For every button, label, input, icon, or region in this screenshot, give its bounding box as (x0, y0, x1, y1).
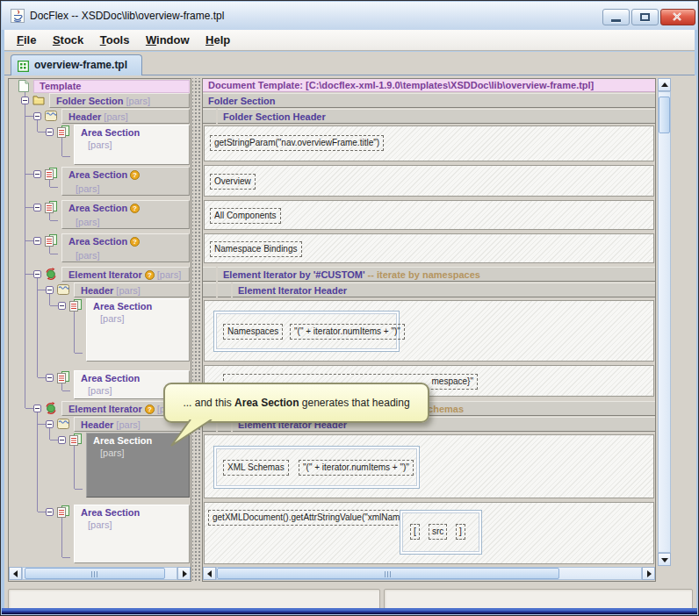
arrow-right-icon (647, 570, 652, 577)
expander-icon[interactable] (46, 286, 54, 294)
expression-box[interactable]: getStringParam("nav.overviewFrame.title"… (210, 135, 384, 151)
document-template-panel: Document Template: [C:\docflex-xml-1.9.0… (202, 78, 656, 582)
question-badge-icon: ? (130, 237, 140, 249)
expander-icon[interactable] (33, 405, 41, 412)
arrow-right-icon (183, 570, 187, 577)
element-iterator-namespaces-bar[interactable]: Element Iterator by '#CUSTOM' -- iterate… (218, 267, 655, 282)
expander-icon[interactable] (58, 436, 66, 444)
svg-text:?: ? (133, 204, 137, 212)
question-badge-icon: ? (145, 405, 155, 416)
doc-vscroll-thumb[interactable] (659, 97, 670, 133)
expression-box[interactable]: getXMLDocument().getAttrStringValue("xml… (208, 510, 415, 526)
tree-root-template[interactable]: Template (33, 80, 190, 93)
tree-hscroll-track[interactable] (22, 567, 177, 580)
text-box[interactable]: Overview (210, 174, 256, 190)
expander-icon[interactable] (33, 170, 41, 178)
menu-tools[interactable]: Tools (100, 33, 130, 47)
tree-node-folder-section[interactable]: Folder Section [pars] (49, 93, 190, 108)
template-root-icon (18, 80, 30, 92)
expression-box[interactable]: "(" + iterator.numItems + ")" (290, 324, 405, 340)
expander-icon[interactable] (33, 204, 41, 211)
doc-hscroll-left-button[interactable] (203, 567, 216, 580)
expander-icon[interactable] (33, 237, 41, 245)
question-badge-icon: ? (130, 170, 140, 183)
close-button[interactable] (660, 9, 695, 25)
tab-bar: overview-frame.tpl (4, 52, 695, 75)
area-section-icon (69, 433, 82, 446)
area-section-icon (57, 371, 69, 383)
menu-window[interactable]: Window (146, 33, 190, 47)
content-area: getXMLDocument().getAttrStringValue("xml… (204, 502, 654, 564)
window-title: DocFlex -- XSDDoc\lib\overview-frame.tpl (30, 10, 224, 22)
expression-box[interactable]: "(" + iterator.numItems + ")" (299, 460, 414, 476)
text-box[interactable]: XML Schemas (223, 460, 289, 476)
doc-vscroll-down-button[interactable] (658, 553, 671, 566)
tree-node-area-section[interactable]: Area Section [pars] (74, 505, 190, 563)
grip-icon (91, 571, 98, 577)
indent-cell (203, 283, 216, 297)
expander-icon[interactable] (46, 508, 54, 516)
tree-hscroll-right-button[interactable] (177, 567, 191, 580)
client-area: Template (4, 75, 696, 585)
expander-icon[interactable] (58, 302, 66, 310)
expander-icon[interactable] (33, 270, 41, 278)
doc-hscroll-track[interactable] (216, 567, 642, 580)
title-bar[interactable]: DocFlex -- XSDDoc\lib\overview-frame.tpl (2, 2, 697, 30)
arrow-up-icon (661, 82, 668, 87)
tab-overview-frame[interactable]: overview-frame.tpl (11, 54, 142, 75)
expander-icon[interactable] (21, 97, 29, 104)
tree-node-area-section[interactable]: Area Section? [pars] (61, 200, 190, 229)
doc-hscroll-right-button[interactable] (642, 567, 655, 580)
header-icon (45, 110, 57, 122)
doc-vscroll-up-button[interactable] (658, 78, 671, 91)
content-area: Namespaces "(" + iterator.numItems + ")" (204, 300, 654, 362)
menu-file[interactable]: File (17, 33, 36, 47)
text-box[interactable]: Namespaces (223, 324, 283, 340)
tree-node-area-section[interactable]: Area Section [pars] (74, 125, 190, 165)
arrow-left-icon (207, 570, 212, 577)
text-box[interactable]: All Components (210, 208, 281, 224)
doc-hscroll-thumb[interactable] (217, 568, 559, 579)
area-section-icon (69, 299, 82, 312)
expander-icon[interactable] (46, 374, 54, 382)
tree-node-header[interactable]: Header [pars] (61, 109, 190, 124)
arrow-left-icon (13, 570, 18, 577)
callout-balloon: ... and this Area Section generates that… (163, 383, 429, 423)
content-area: XML Schemas "(" + iterator.numItems + ")… (204, 434, 654, 498)
indent-cell (203, 109, 216, 124)
maximize-button[interactable] (631, 9, 659, 25)
expander-icon[interactable] (46, 420, 54, 428)
template-tree-panel: Template (8, 78, 191, 582)
tab-label: overview-frame.tpl (34, 59, 127, 71)
folder-section-bar[interactable]: Folder Section (203, 93, 655, 108)
menu-stock[interactable]: Stock (53, 33, 83, 47)
tree-hscroll-left-button[interactable] (9, 567, 22, 580)
text-box[interactable]: ] (456, 524, 465, 540)
template-file-icon (18, 60, 29, 75)
tree-node-area-section[interactable]: Area Section [pars] (86, 298, 190, 362)
expander-icon[interactable] (46, 128, 54, 136)
tree-node-area-section[interactable]: Area Section? [pars] (61, 167, 190, 196)
area-section-icon (57, 125, 69, 138)
expander-icon[interactable] (33, 112, 41, 120)
doc-vscroll-track[interactable] (658, 91, 671, 553)
tree-node-area-section[interactable]: Area Section? [pars] (61, 233, 190, 262)
maximize-icon (640, 13, 650, 21)
question-badge-icon: ? (145, 270, 155, 282)
panel-splitter[interactable] (192, 78, 202, 582)
tree-node-element-iterator[interactable]: Element Iterator? [pars] (61, 267, 190, 282)
element-iterator-header-bar[interactable]: Element Iterator Header (233, 283, 655, 297)
area-section-icon (45, 234, 57, 247)
svg-text:?: ? (148, 271, 152, 279)
inline-group-frame: [ src ] (400, 510, 482, 555)
text-box[interactable]: src (429, 524, 447, 540)
menu-help[interactable]: Help (205, 33, 230, 47)
tree-hscroll-thumb[interactable] (25, 568, 165, 579)
text-box[interactable]: [ (410, 524, 420, 540)
minimize-button[interactable] (602, 9, 630, 25)
tree-node-header[interactable]: Header [pars] (74, 283, 190, 297)
element-iterator-icon (45, 402, 57, 414)
folder-section-header-bar[interactable]: Folder Section Header (218, 109, 655, 124)
text-box[interactable]: Namespace Bindings (210, 241, 302, 257)
indent-cell (203, 267, 216, 282)
